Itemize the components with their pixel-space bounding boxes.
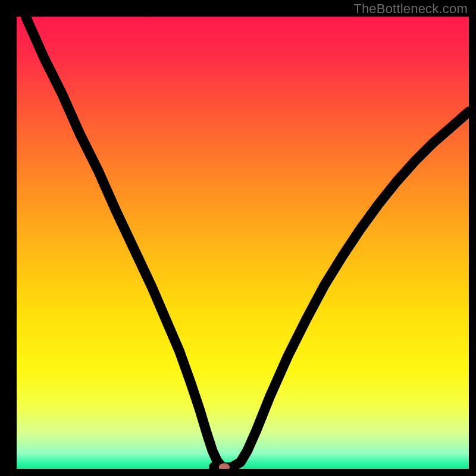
chart-frame: TheBottleneck.com (0, 0, 476, 476)
chart-svg (17, 17, 469, 469)
watermark-text: TheBottleneck.com (353, 1, 468, 17)
gradient-background (17, 17, 469, 469)
plot-area (17, 17, 469, 469)
